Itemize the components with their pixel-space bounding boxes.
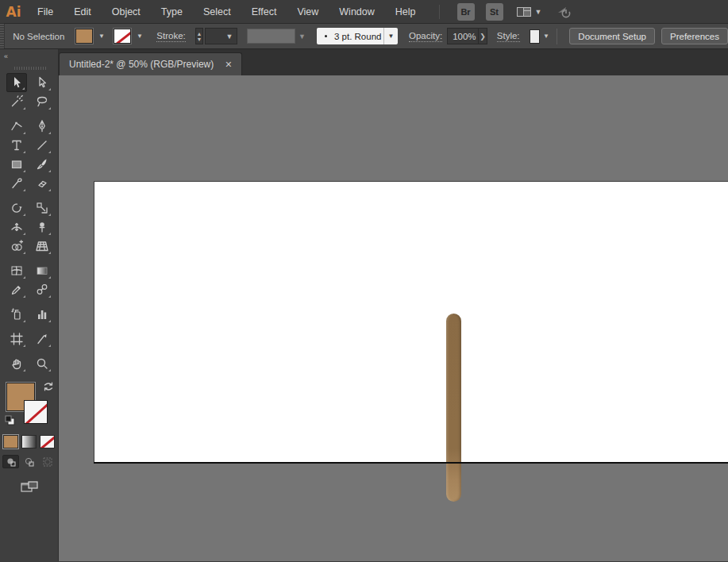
- chevron-down-icon: ▼: [226, 33, 233, 40]
- eraser-tool[interactable]: [32, 174, 52, 193]
- chevron-down-icon[interactable]: ▼: [383, 28, 398, 44]
- stepper-down-icon[interactable]: ▼: [196, 37, 202, 42]
- control-bar: No Selection ▼ ▼ Stroke: ▲▼ ▼ ▼ 3 pt. Ro…: [0, 24, 728, 49]
- brush-name: 3 pt. Round: [334, 32, 381, 41]
- scale-tool[interactable]: [32, 198, 52, 217]
- menu-help[interactable]: Help: [385, 0, 426, 24]
- hand-tool[interactable]: [6, 354, 27, 373]
- width-profile-dropdown: [247, 29, 296, 44]
- graphic-style-swatch[interactable]: [530, 29, 541, 44]
- workspace-icon: [516, 6, 532, 18]
- paintbrush-tool[interactable]: [32, 155, 52, 174]
- curvature-tool[interactable]: [6, 117, 27, 136]
- artwork-rounded-stick[interactable]: [446, 314, 461, 502]
- artboard-tool[interactable]: [6, 329, 27, 348]
- chevron-right-icon[interactable]: ❯: [479, 28, 487, 44]
- tool-grid: [0, 73, 58, 373]
- gradient-button[interactable]: [21, 435, 37, 448]
- menu-object[interactable]: Object: [102, 0, 151, 24]
- stock-button[interactable]: St: [486, 3, 503, 21]
- control-bar-grip[interactable]: [0, 24, 5, 48]
- canvas-pasteboard[interactable]: [59, 75, 728, 561]
- style-label[interactable]: Style:: [497, 31, 520, 42]
- menu-bar: Ai File Edit Object Type Select Effect V…: [0, 0, 728, 24]
- column-graph-tool[interactable]: [32, 305, 52, 324]
- draw-inside-button: [39, 455, 56, 468]
- direct-selection-tool[interactable]: [32, 73, 52, 92]
- gpu-performance-icon[interactable]: [556, 5, 573, 19]
- shaper-tool[interactable]: [6, 174, 27, 193]
- change-screen-mode-button[interactable]: [17, 479, 41, 496]
- menu-select[interactable]: Select: [193, 0, 241, 24]
- chevron-down-icon: ▼: [535, 8, 542, 16]
- symbol-sprayer-tool[interactable]: [6, 305, 27, 324]
- menu-view[interactable]: View: [287, 0, 329, 24]
- panel-drag-grip[interactable]: [14, 65, 47, 71]
- default-fill-stroke-icon[interactable]: [5, 415, 15, 425]
- opacity-label[interactable]: Opacity:: [409, 31, 442, 42]
- selection-tool[interactable]: [6, 73, 27, 92]
- draw-behind-button[interactable]: [21, 455, 37, 468]
- rectangle-tool[interactable]: [6, 155, 27, 174]
- draw-normal-button[interactable]: [2, 455, 19, 468]
- stroke-weight-stepper[interactable]: ▲▼: [195, 28, 203, 44]
- document-tab[interactable]: Untitled-2* @ 50% (RGB/Preview) ✕: [59, 52, 242, 75]
- type-tool[interactable]: [6, 136, 27, 155]
- shape-builder-tool[interactable]: [6, 237, 27, 256]
- menu-window[interactable]: Window: [329, 0, 384, 24]
- brush-definition-control[interactable]: 3 pt. Round ▼: [317, 28, 398, 44]
- eyedropper-tool[interactable]: [6, 280, 27, 299]
- selection-status: No Selection: [13, 32, 64, 41]
- stepper-up-icon[interactable]: ▲: [196, 31, 202, 37]
- bridge-button[interactable]: Br: [457, 3, 475, 21]
- perspective-grid-tool[interactable]: [32, 237, 52, 256]
- color-mode-buttons: [0, 435, 58, 448]
- chevron-down-icon[interactable]: ▼: [95, 29, 107, 44]
- brush-definition-field[interactable]: 3 pt. Round: [317, 28, 383, 44]
- fill-color-control[interactable]: ▼: [75, 29, 107, 44]
- slice-tool[interactable]: [32, 329, 52, 348]
- swap-fill-stroke-icon[interactable]: [43, 381, 54, 392]
- fill-stroke-controls: [5, 381, 54, 430]
- chevron-down-icon: ▼: [299, 33, 306, 40]
- document-setup-button[interactable]: Document Setup: [569, 28, 655, 44]
- pen-tool[interactable]: [32, 117, 52, 136]
- magic-wand-tool[interactable]: [6, 92, 27, 111]
- fill-color-swatch[interactable]: [75, 29, 93, 44]
- control-bar-separator: [557, 29, 557, 44]
- stroke-weight-label[interactable]: Stroke:: [156, 31, 185, 42]
- menu-edit[interactable]: Edit: [64, 0, 102, 24]
- artboard[interactable]: [94, 181, 728, 463]
- collapse-panel-button[interactable]: «: [4, 52, 9, 60]
- opacity-input[interactable]: 100%: [447, 28, 479, 44]
- puppet-warp-tool[interactable]: [32, 217, 52, 237]
- menu-type[interactable]: Type: [151, 0, 193, 24]
- gradient-tool[interactable]: [32, 261, 52, 280]
- preferences-button[interactable]: Preferences: [661, 28, 728, 44]
- rotate-tool[interactable]: [6, 198, 27, 217]
- stroke-weight-dropdown[interactable]: ▼: [205, 28, 237, 44]
- document-column: Untitled-2* @ 50% (RGB/Preview) ✕: [59, 49, 728, 561]
- menu-file[interactable]: File: [27, 0, 64, 24]
- line-segment-tool[interactable]: [32, 136, 52, 155]
- lasso-tool[interactable]: [32, 92, 52, 111]
- blend-tool[interactable]: [32, 280, 52, 299]
- zoom-tool[interactable]: [32, 354, 52, 373]
- menu-effect[interactable]: Effect: [241, 0, 287, 24]
- stroke-none-swatch[interactable]: [114, 29, 131, 44]
- stroke-color-indicator[interactable]: [24, 400, 48, 424]
- width-tool[interactable]: [6, 217, 27, 237]
- draw-mode-buttons: [0, 455, 58, 468]
- close-tab-icon[interactable]: ✕: [225, 60, 232, 70]
- document-tab-title: Untitled-2* @ 50% (RGB/Preview): [69, 59, 214, 70]
- none-button[interactable]: [40, 435, 55, 448]
- workspace-switcher[interactable]: ▼: [516, 6, 542, 18]
- color-button[interactable]: [3, 435, 18, 448]
- stroke-color-control[interactable]: ▼: [114, 29, 145, 44]
- brush-dot-icon: [325, 35, 327, 37]
- menu-items: File Edit Object Type Select Effect View…: [27, 0, 426, 24]
- chevron-down-icon[interactable]: ▼: [542, 29, 550, 44]
- mesh-tool[interactable]: [6, 261, 27, 280]
- menubar-separator: [439, 5, 440, 19]
- chevron-down-icon[interactable]: ▼: [133, 29, 145, 44]
